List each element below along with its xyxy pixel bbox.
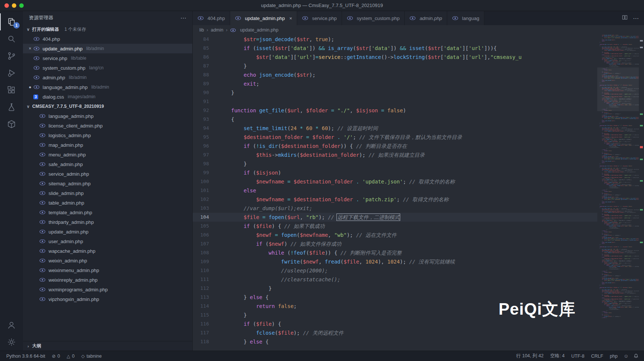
breadcrumb-item[interactable]: lib	[199, 27, 204, 33]
tree-file-item[interactable]: user_admin.php	[23, 236, 192, 246]
code-line[interactable]: 101 else	[193, 186, 597, 195]
problems-errors-status[interactable]: ⊘0	[49, 351, 63, 361]
tree-file-item[interactable]: wapcache_admin.php	[23, 246, 192, 256]
line-number[interactable]: 102	[193, 195, 219, 204]
line-number[interactable]: 89	[193, 79, 219, 88]
code-line[interactable]: 100 $newfname = $destination_folder . 'u…	[193, 177, 597, 186]
code-line[interactable]: 117 fclose($file); // 关闭远程文件	[193, 328, 597, 337]
line-number[interactable]: 107	[193, 239, 219, 248]
open-editor-item[interactable]: system_custom.phplang/cn	[23, 63, 192, 73]
python-version-status[interactable]: Python 3.9.6 64-bit	[3, 351, 49, 361]
line-number[interactable]: 100	[193, 177, 219, 186]
language-mode-status[interactable]: php	[607, 351, 621, 361]
tab-languag[interactable]: languag	[447, 11, 484, 25]
line-number[interactable]: 96	[193, 142, 219, 150]
code-line[interactable]: 114 return false;	[193, 302, 597, 311]
line-number[interactable]: 95	[193, 133, 219, 142]
tree-file-item[interactable]: template_admin.php	[23, 208, 192, 217]
line-number[interactable]: 112	[193, 284, 219, 293]
tree-file-item[interactable]: service_admin.php	[23, 169, 192, 179]
tree-file-item[interactable]: vipzhongxin_admin.php	[23, 294, 192, 304]
code-area[interactable]: 84 $str=json_decode($str, true);85 if (i…	[193, 35, 597, 351]
line-number[interactable]: 87	[193, 62, 219, 70]
testing-icon[interactable]	[0, 99, 23, 116]
code-line[interactable]: 107 if ($newf) // 如果文件保存成功	[193, 239, 597, 248]
code-line[interactable]: 103 //var_dump($url);exit;	[193, 204, 597, 213]
tree-file-item[interactable]: logistics_admin.php	[23, 130, 192, 140]
tab-admin.php[interactable]: admin.php	[405, 11, 447, 25]
tree-file-item[interactable]: safe_admin.php	[23, 159, 192, 169]
tree-file-item[interactable]: thirdparty_admin.php	[23, 217, 192, 227]
open-editors-section-header[interactable]: ∨ 打开的编辑器 1 个未保存	[23, 24, 192, 34]
open-editor-item[interactable]: 404.php	[23, 34, 192, 44]
line-number[interactable]: 99	[193, 168, 219, 177]
more-actions-icon[interactable]: ⋯	[633, 15, 639, 22]
outline-section-header[interactable]: › 大纲	[23, 341, 192, 351]
tree-file-item[interactable]: wxminprograms_admin.php	[23, 285, 192, 294]
code-line[interactable]: 88 echo json_encode($str);	[193, 70, 597, 79]
tab-update_admin.php[interactable]: update_admin.php×	[230, 11, 297, 25]
code-line[interactable]: 96 if (!is_dir($destination_folder)) { /…	[193, 142, 597, 150]
line-number[interactable]: 98	[193, 159, 219, 168]
line-number[interactable]: 113	[193, 293, 219, 302]
indentation-status[interactable]: 空格: 4	[547, 351, 568, 361]
line-number[interactable]: 117	[193, 328, 219, 337]
minimize-window-button[interactable]	[12, 3, 16, 8]
line-number[interactable]: 103	[193, 204, 219, 213]
line-number[interactable]: 97	[193, 150, 219, 159]
line-number[interactable]: 105	[193, 222, 219, 231]
line-number[interactable]: 88	[193, 70, 219, 79]
line-number[interactable]: 90	[193, 88, 219, 97]
line-number[interactable]: 109	[193, 257, 219, 266]
close-window-button[interactable]	[4, 3, 9, 8]
code-line[interactable]: 118 } else {	[193, 337, 597, 346]
open-editor-item[interactable]: ×update_admin.phplib/admin	[23, 44, 192, 53]
line-number[interactable]: 106	[193, 231, 219, 239]
open-editor-item[interactable]: service.phplib/table	[23, 53, 192, 63]
line-number[interactable]: 104	[193, 213, 219, 222]
tree-file-item[interactable]: map_admin.php	[23, 140, 192, 150]
tree-file-item[interactable]: language_admin.php	[23, 111, 192, 121]
line-number[interactable]: 92	[193, 106, 219, 115]
tab-404.php[interactable]: 404.php	[193, 11, 230, 25]
feedback-smiley-icon[interactable]: ☺	[621, 351, 631, 361]
open-editor-item[interactable]: ●language_admin.phplib/admin	[23, 82, 192, 92]
tree-file-item[interactable]: license_client_admin.php	[23, 121, 192, 130]
split-editor-icon[interactable]	[622, 14, 628, 22]
line-number[interactable]: 91	[193, 97, 219, 106]
code-line[interactable]: 91	[193, 97, 597, 106]
tab-service.php[interactable]: service.php	[297, 11, 342, 25]
problems-warnings-status[interactable]: △0	[63, 351, 78, 361]
line-number[interactable]: 114	[193, 302, 219, 311]
line-number[interactable]: 85	[193, 44, 219, 53]
tree-file-item[interactable]: menu_admin.php	[23, 150, 192, 159]
open-editor-item[interactable]: 3dialog.cssimages/admin	[23, 92, 192, 102]
line-number[interactable]: 110	[193, 266, 219, 275]
line-number[interactable]: 118	[193, 337, 219, 346]
breadcrumb-item[interactable]: update_admin.php	[240, 27, 279, 33]
account-icon[interactable]	[0, 317, 23, 334]
code-line[interactable]: 99 if ($isjson)	[193, 168, 597, 177]
code-line[interactable]: 95 $destination_folder = $folder . '/'; …	[193, 133, 597, 142]
line-number[interactable]: 86	[193, 53, 219, 62]
line-number[interactable]: 94	[193, 124, 219, 133]
code-line[interactable]: 108 while (!feof($file)) { // 判断附件写入是否完整	[193, 248, 597, 257]
code-line[interactable]: 98 }	[193, 159, 597, 168]
workspace-section-header[interactable]: ∨ CMSEASY_7.7.5_UTF-8_20210919	[23, 102, 192, 111]
line-number[interactable]: 108	[193, 248, 219, 257]
minimap[interactable]: $str=json_decode($str, true); if (isset(…	[597, 35, 639, 351]
search-icon[interactable]	[0, 30, 23, 47]
tab-system_custom.php[interactable]: system_custom.php	[342, 11, 405, 25]
encoding-status[interactable]: UTF-8	[568, 351, 588, 361]
code-line[interactable]: 92 function get_file($url, $folder = "./…	[193, 106, 597, 115]
line-number[interactable]: 111	[193, 275, 219, 284]
settings-gear-icon[interactable]	[0, 334, 23, 351]
tree-file-item[interactable]: update_admin.php	[23, 227, 192, 236]
open-editor-item[interactable]: admin.phplib/admin	[23, 73, 192, 82]
tree-file-item[interactable]: weixin_admin.php	[23, 256, 192, 265]
code-line[interactable]: 106 $newf = fopen($newfname, "wb"); // 远…	[193, 231, 597, 239]
close-icon[interactable]: ×	[289, 16, 292, 21]
zoom-window-button[interactable]	[19, 3, 24, 8]
more-actions-icon[interactable]: ⋯	[180, 14, 186, 21]
code-line[interactable]: 115 }	[193, 311, 597, 319]
